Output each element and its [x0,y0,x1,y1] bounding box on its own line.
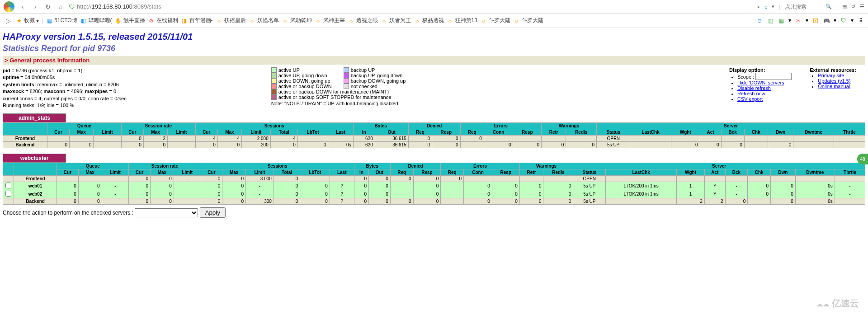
bookmarks-bar: ▷ ★收藏▾ | ▦51CTO博 ◧哔哩哔哩( ✋触手直播 ⚙在线福利 ◨百年漫… [0,14,868,28]
bookmark-item[interactable]: ☼扶摇皇后 [216,17,246,24]
bookmark-item[interactable]: ☼武神主宰 [315,17,345,24]
share-icon[interactable]: < [757,4,760,9]
bookmark-item[interactable]: ◧哔哩哔哩( [80,17,112,24]
bookmark-item[interactable]: ☼透视之眼 [348,17,378,24]
apps-icon[interactable]: ⠿ [857,17,864,24]
csv-export-link[interactable]: CSV export [737,96,763,102]
favorites-button[interactable]: ★收藏▾ [15,17,39,24]
search-icon[interactable]: 🔍 [826,4,832,9]
panel-icon[interactable]: ▤ [842,4,847,9]
ie-icon[interactable]: e [764,4,767,9]
table-row: Backend 00 00 00200000s 62036 615 00 00 … [3,142,865,148]
proxy-name[interactable]: admin_stats [3,113,66,122]
table-row: web01 00- 00 00-00? 00 0 00 00 5s UPL7OK… [3,182,865,190]
grid-icon[interactable]: ▦ [778,17,785,24]
process-info-text: pid = 9736 (process #1, nbproc = 1) upti… [3,67,127,109]
status-legend: active UPbackup UP active UP, going down… [271,67,416,106]
bookmark-item[interactable]: ⚙在线福利 [148,17,178,24]
page-subtitle: Statistics Report for pid 9736 [3,44,865,53]
bookmark-item[interactable]: ☼武动乾坤 [282,17,312,24]
bookmark-item[interactable]: ◨百年漫画- [181,17,213,24]
browser-logo-icon [4,1,14,12]
table-row: Frontend 02- 442 0004 62036 615 00 0 OPE… [3,136,865,142]
forward-button[interactable]: › [31,2,40,11]
table-row: web02 00- 00 00-00? 00 0 00 00 5s UPL7OK… [3,190,865,198]
shield-icon: 🛡 [69,3,75,10]
play-icon[interactable]: ▷ [4,16,13,25]
right-links: Display option: Scope : Hide 'DOWN' serv… [729,67,865,102]
manual-link[interactable]: Online manual [818,84,850,89]
bookmark-item[interactable]: ☼斗罗大陆 [513,17,543,24]
url-text: http://192.168.80.100:8089/stats [77,3,161,10]
display-option-title: Display option: [729,67,765,73]
table-row: Backend 00 00 0030000? 00 00 00 00 5s UP… [3,198,865,205]
server-checkbox[interactable] [5,183,11,188]
bookmark-item[interactable]: ☼妖者为王 [381,17,411,24]
cut-icon[interactable]: ✂ [795,17,802,24]
proxy-name[interactable]: webcluster [3,154,66,163]
apply-button[interactable]: Apply [200,207,226,218]
dropdown-icon[interactable]: ▾ [772,4,774,9]
updates-link[interactable]: Updates (v1.5) [818,78,850,84]
bookmark-item[interactable]: ✋触手直播 [115,17,145,24]
page-title: HAProxy version 1.5.15, released 2015/11… [3,32,865,42]
bookmark-item[interactable]: ▦51CTO博 [46,17,77,24]
key-icon[interactable]: ⚿ [812,17,819,24]
external-resources-title: External resources: [810,67,856,73]
disable-refresh-link[interactable]: Disable refresh [737,85,771,91]
table-row: Frontend 00- 003 0000 00 00 0 OPEN [3,176,865,182]
action-select[interactable] [135,208,198,217]
action-row: Choose the action to perform on the chec… [3,207,865,218]
shield-icon[interactable]: ⛉ [840,17,847,24]
url-bar[interactable]: 🛡 http://192.168.80.100:8089/stats [69,3,754,10]
float-badge[interactable]: 48 [857,154,868,164]
browser-toolbar: ‹ › ↻ ⌂ 🛡 http://192.168.80.100:8089/sta… [0,0,868,14]
reload-button[interactable]: ↻ [43,2,52,11]
page-content: HAProxy version 1.5.15, released 2015/11… [0,28,868,227]
bookmark-item[interactable]: ☼狂神第13 [447,17,477,24]
hide-down-link[interactable]: Hide 'DOWN' servers [737,80,784,85]
stats-table-admin: Queue Session rate Sessions Bytes Denied… [3,122,865,148]
server-checkbox[interactable] [5,191,11,197]
bookmark-item[interactable]: ☼妖怪名单 [249,17,279,24]
primary-site-link[interactable]: Primary site [818,73,844,78]
bookmark-item[interactable]: ☼斗罗大陆 [480,17,510,24]
section-header: > General process information [3,56,865,65]
stats-table-webcluster: Queue Session rate Sessions Bytes Denied… [3,163,865,205]
game-icon[interactable]: 🎮 [823,17,830,24]
back-button[interactable]: ‹ [18,2,27,11]
menu-icon[interactable]: ☰ [860,4,864,9]
action-label: Choose the action to perform on the chec… [3,210,133,216]
book-icon[interactable]: ▥ [767,17,774,24]
proxy-webcluster: webcluster Queue Session rate Sessions B… [3,154,865,218]
bookmark-item[interactable]: ☼极品透视 [414,17,444,24]
proxy-admin-stats: admin_stats Queue Session rate Sessions … [3,113,865,148]
home-button[interactable]: ⌂ [56,2,65,11]
toolbar-right: < e ▾ | 🔍 | ▤ ↺ ☰ [757,4,864,10]
undo-icon[interactable]: ↺ [851,4,855,9]
scope-input[interactable] [755,73,792,80]
search-input[interactable] [785,4,821,10]
general-process-info: pid = 9736 (process #1, nbproc = 1) upti… [3,67,865,109]
minus-icon[interactable]: ⊖ [756,17,763,24]
refresh-now-link[interactable]: Refresh now [737,91,765,96]
